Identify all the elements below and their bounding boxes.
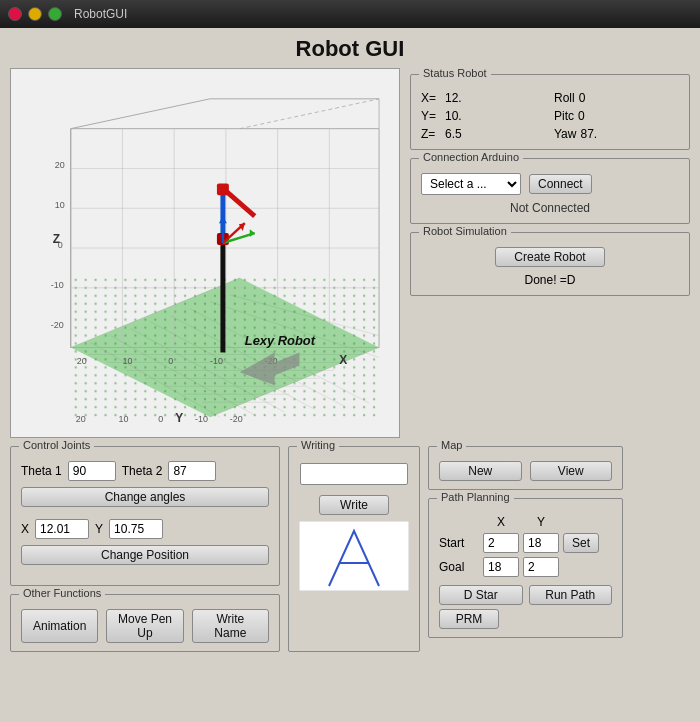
goal-x-input[interactable] bbox=[483, 557, 519, 577]
dstar-button[interactable]: D Star bbox=[439, 585, 523, 605]
other-functions-title: Other Functions bbox=[19, 587, 105, 599]
canvas-area: Z 20 10 0 -10 -20 X 20 10 0 -10 -20 Y 20… bbox=[10, 68, 400, 438]
connect-button[interactable]: Connect bbox=[529, 174, 592, 194]
titlebar: RobotGUI bbox=[0, 0, 700, 28]
titlebar-label: RobotGUI bbox=[74, 7, 127, 21]
minimize-button[interactable] bbox=[28, 7, 42, 21]
x-val: 12. bbox=[445, 91, 473, 105]
pitch-val: 0 bbox=[578, 109, 606, 123]
close-button[interactable] bbox=[8, 7, 22, 21]
theta1-input[interactable] bbox=[68, 461, 116, 481]
svg-text:-10: -10 bbox=[195, 414, 208, 424]
svg-text:0: 0 bbox=[158, 414, 163, 424]
top-section: Z 20 10 0 -10 -20 X 20 10 0 -10 -20 Y 20… bbox=[10, 68, 690, 438]
theta2-label: Theta 2 bbox=[122, 464, 163, 478]
svg-text:20: 20 bbox=[77, 356, 87, 366]
main-content: Robot GUI bbox=[0, 28, 700, 660]
control-joints-title: Control Joints bbox=[19, 439, 94, 451]
pitch-label: Pitc bbox=[554, 109, 574, 123]
svg-text:10: 10 bbox=[118, 414, 128, 424]
bottom-left: Control Joints Theta 1 Theta 2 Change an… bbox=[10, 446, 280, 652]
write-button[interactable]: Write bbox=[319, 495, 389, 515]
conn-row: Select a ... Connect bbox=[421, 173, 679, 195]
x-axis-label: X bbox=[339, 353, 347, 367]
roll-label: Roll bbox=[554, 91, 575, 105]
yaw-val: 87. bbox=[580, 127, 608, 141]
status-grid: X= 12. Roll 0 Y= 10. Pitc 0 bbox=[421, 91, 679, 141]
status-x-row: X= 12. bbox=[421, 91, 546, 105]
writing-title: Writing bbox=[297, 439, 339, 451]
done-text: Done! =D bbox=[524, 273, 575, 287]
svg-text:0: 0 bbox=[58, 240, 63, 250]
status-yaw-row: Yaw 87. bbox=[554, 127, 679, 141]
status-pitch-row: Pitc 0 bbox=[554, 109, 679, 123]
maximize-button[interactable] bbox=[48, 7, 62, 21]
svg-text:20: 20 bbox=[55, 160, 65, 170]
svg-text:0: 0 bbox=[168, 356, 173, 366]
pp-dstar-row: D Star Run Path bbox=[439, 585, 612, 605]
control-joints-panel: Control Joints Theta 1 Theta 2 Change an… bbox=[10, 446, 280, 586]
status-roll-row: Roll 0 bbox=[554, 91, 679, 105]
animation-button[interactable]: Animation bbox=[21, 609, 98, 643]
y-pos-label: Y bbox=[95, 522, 103, 536]
writing-canvas bbox=[299, 521, 409, 591]
pp-x-header: X bbox=[483, 515, 519, 529]
other-functions-buttons: Animation Move Pen Up Write Name bbox=[21, 609, 269, 643]
map-buttons: New View bbox=[439, 461, 612, 481]
move-pen-up-button[interactable]: Move Pen Up bbox=[106, 609, 183, 643]
z-val: 6.5 bbox=[445, 127, 473, 141]
svg-text:-10: -10 bbox=[51, 280, 64, 290]
y-pos-input[interactable] bbox=[109, 519, 163, 539]
yaw-label: Yaw bbox=[554, 127, 576, 141]
status-z-row: Z= 6.5 bbox=[421, 127, 546, 141]
writing-text-input[interactable] bbox=[300, 463, 408, 485]
map-new-button[interactable]: New bbox=[439, 461, 522, 481]
roll-val: 0 bbox=[579, 91, 607, 105]
robot-simulation-panel: Robot Simulation Create Robot Done! =D bbox=[410, 232, 690, 296]
status-y-row: Y= 10. bbox=[421, 109, 546, 123]
start-x-input[interactable] bbox=[483, 533, 519, 553]
change-angles-row: Change angles bbox=[21, 487, 269, 513]
robot-simulation-title: Robot Simulation bbox=[419, 225, 511, 237]
svg-text:-20: -20 bbox=[51, 320, 64, 330]
app-title: Robot GUI bbox=[10, 36, 690, 62]
connection-status: Not Connected bbox=[421, 201, 679, 215]
y-axis-label: Y bbox=[175, 411, 183, 425]
right-panels: Status Robot X= 12. Roll 0 Y= 10. bbox=[410, 68, 690, 438]
start-y-input[interactable] bbox=[523, 533, 559, 553]
y-val: 10. bbox=[445, 109, 473, 123]
goal-y-input[interactable] bbox=[523, 557, 559, 577]
scene-svg: Z 20 10 0 -10 -20 X 20 10 0 -10 -20 Y 20… bbox=[11, 69, 399, 437]
start-label: Start bbox=[439, 536, 479, 550]
change-angles-button[interactable]: Change angles bbox=[21, 487, 269, 507]
status-robot-panel: Status Robot X= 12. Roll 0 Y= 10. bbox=[410, 74, 690, 150]
set-button[interactable]: Set bbox=[563, 533, 599, 553]
create-robot-button[interactable]: Create Robot bbox=[495, 247, 605, 267]
svg-text:10: 10 bbox=[122, 356, 132, 366]
prm-button[interactable]: PRM bbox=[439, 609, 499, 629]
connection-arduino-title: Connection Arduino bbox=[419, 151, 523, 163]
write-name-button[interactable]: Write Name bbox=[192, 609, 269, 643]
svg-text:20: 20 bbox=[76, 414, 86, 424]
port-select[interactable]: Select a ... bbox=[421, 173, 521, 195]
x-pos-input[interactable] bbox=[35, 519, 89, 539]
map-view-button[interactable]: View bbox=[530, 461, 613, 481]
map-path-panel: Map New View Path Planning X Y S bbox=[428, 446, 623, 652]
path-planning-box: Path Planning X Y Start Set bbox=[428, 498, 623, 638]
goal-label: Goal bbox=[439, 560, 479, 574]
bottom-section: Control Joints Theta 1 Theta 2 Change an… bbox=[10, 446, 690, 652]
change-position-button[interactable]: Change Position bbox=[21, 545, 269, 565]
y-label: Y= bbox=[421, 109, 441, 123]
theta-row: Theta 1 Theta 2 bbox=[21, 461, 269, 481]
robot-label: Lexy Robot bbox=[245, 333, 316, 348]
map-title: Map bbox=[437, 439, 466, 451]
path-planning-title: Path Planning bbox=[437, 491, 514, 503]
xy-row: X Y bbox=[21, 519, 269, 539]
connection-arduino-panel: Connection Arduino Select a ... Connect … bbox=[410, 158, 690, 224]
other-functions-panel: Other Functions Animation Move Pen Up Wr… bbox=[10, 594, 280, 652]
x-label: X= bbox=[421, 91, 441, 105]
pp-y-header: Y bbox=[523, 515, 559, 529]
sim-content: Create Robot Done! =D bbox=[421, 247, 679, 287]
theta2-input[interactable] bbox=[168, 461, 216, 481]
run-path-button[interactable]: Run Path bbox=[529, 585, 613, 605]
